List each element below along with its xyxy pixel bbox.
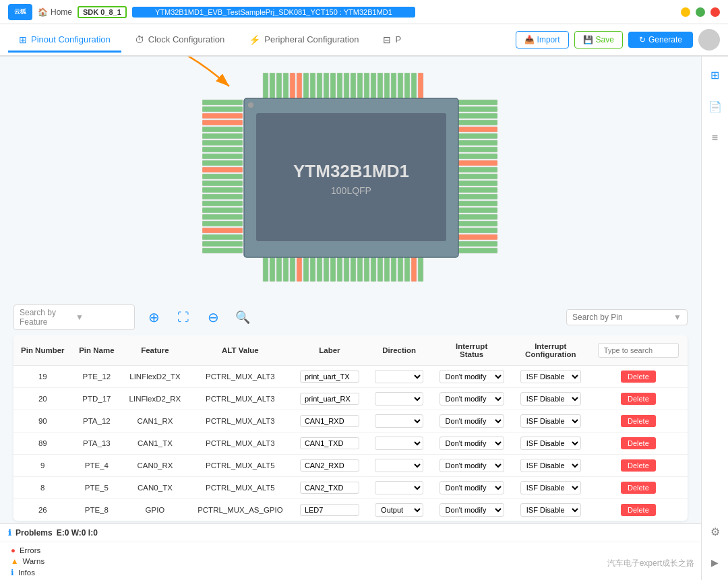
cell-direction[interactable]: Input Output	[367, 455, 431, 477]
interrupt-status-select[interactable]: Don't modify Disabled Enabled	[439, 503, 504, 517]
feature-select[interactable]: Search by Feature ▼	[13, 304, 135, 330]
cell-interrupt-config[interactable]: ISF Disable ISF Enable	[512, 455, 589, 477]
interrupt-status-select[interactable]: Don't modify Disabled Enabled	[439, 370, 504, 383]
search-pin-container[interactable]: ▼	[566, 309, 688, 325]
delete-button[interactable]: Delete	[621, 437, 656, 449]
cell-laber[interactable]	[292, 410, 367, 432]
laber-input[interactable]	[300, 437, 359, 449]
sdk-badge[interactable]: SDK 0_8_1	[78, 6, 127, 18]
minimize-button[interactable]	[681, 7, 690, 17]
search-pin-input[interactable]	[572, 313, 673, 322]
cell-interrupt-config[interactable]: ISF Disable ISF Enable	[512, 410, 589, 432]
cell-delete[interactable]: Delete	[589, 432, 688, 455]
delete-button[interactable]: Delete	[621, 482, 656, 494]
cell-interrupt-config[interactable]: ISF Disable ISF Enable	[512, 366, 589, 388]
interrupt-status-select[interactable]: Don't modify Disabled Enabled	[439, 392, 504, 406]
cell-interrupt-status[interactable]: Don't modify Disabled Enabled	[431, 455, 512, 477]
cell-direction[interactable]: Input Output	[367, 388, 431, 410]
zoom-out-button[interactable]: ⊖	[202, 307, 224, 328]
direction-select[interactable]: Output Input Output	[375, 503, 423, 517]
problem-warns[interactable]: ▲ Warns	[11, 556, 690, 567]
fit-screen-button[interactable]: ⛶	[173, 307, 194, 328]
delete-button[interactable]: Delete	[621, 504, 656, 516]
zoom-in-button[interactable]: ⊕	[143, 307, 164, 328]
interrupt-config-select[interactable]: ISF Disable ISF Enable	[520, 370, 581, 383]
cell-interrupt-config[interactable]: ISF Disable ISF Enable	[512, 432, 589, 455]
delete-button[interactable]: Delete	[621, 393, 656, 405]
import-button[interactable]: 📥 Import	[516, 31, 569, 49]
cell-laber[interactable]	[292, 477, 367, 499]
interrupt-config-select[interactable]: ISF Disable ISF Enable	[520, 481, 581, 494]
cell-direction[interactable]: Input Output	[367, 432, 431, 455]
interrupt-status-select[interactable]: Don't modify Disabled Enabled	[439, 437, 504, 450]
type-to-search-input[interactable]	[598, 343, 679, 358]
interrupt-config-select[interactable]: ISF Disable ISF Enable	[520, 392, 581, 406]
laber-input[interactable]	[300, 393, 359, 405]
cell-delete[interactable]: Delete	[589, 499, 688, 521]
laber-input[interactable]	[300, 504, 359, 516]
delete-button[interactable]: Delete	[621, 415, 656, 427]
direction-select[interactable]: Input Output	[375, 459, 423, 472]
cell-laber[interactable]	[292, 455, 367, 477]
cell-interrupt-config[interactable]: ISF Disable ISF Enable	[512, 388, 589, 410]
cell-delete[interactable]: Delete	[589, 455, 688, 477]
sidebar-doc-icon[interactable]: 📄	[704, 96, 726, 117]
cell-interrupt-config[interactable]: ISF Disable ISF Enable	[512, 477, 589, 499]
sidebar-collapse-arrow[interactable]: ▶	[707, 553, 723, 572]
interrupt-config-select[interactable]: ISF Disable ISF Enable	[520, 437, 581, 450]
laber-input[interactable]	[300, 370, 359, 383]
save-button[interactable]: 💾 Save	[574, 31, 623, 49]
cell-delete[interactable]: Delete	[589, 388, 688, 410]
cell-interrupt-status[interactable]: Don't modify Disabled Enabled	[431, 477, 512, 499]
laber-input[interactable]	[300, 459, 359, 472]
close-button[interactable]	[710, 7, 720, 17]
cell-laber[interactable]	[292, 388, 367, 410]
sidebar-grid-icon[interactable]: ⊞	[706, 65, 723, 86]
cell-interrupt-status[interactable]: Don't modify Disabled Enabled	[431, 499, 512, 521]
maximize-button[interactable]	[696, 7, 705, 17]
problem-infos[interactable]: ℹ Infos	[11, 567, 690, 579]
cell-direction[interactable]: Input Output	[367, 366, 431, 388]
cell-pin-number: 26	[13, 499, 72, 521]
cell-interrupt-config[interactable]: ISF Disable ISF Enable	[512, 499, 589, 521]
cell-interrupt-status[interactable]: Don't modify Disabled Enabled	[431, 388, 512, 410]
cell-delete[interactable]: Delete	[589, 366, 688, 388]
interrupt-status-select[interactable]: Don't modify Disabled Enabled	[439, 459, 504, 472]
direction-select[interactable]: Input Output	[375, 481, 423, 494]
laber-input[interactable]	[300, 415, 359, 427]
cell-direction[interactable]: Input Output	[367, 410, 431, 432]
cell-direction[interactable]: Input Output	[367, 477, 431, 499]
search-button[interactable]: 🔍	[232, 307, 253, 328]
cell-interrupt-status[interactable]: Don't modify Disabled Enabled	[431, 432, 512, 455]
cell-direction[interactable]: Output Input Output	[367, 499, 431, 521]
delete-button[interactable]: Delete	[621, 459, 656, 472]
cell-laber[interactable]	[292, 366, 367, 388]
generate-button[interactable]: ↻ Generate	[628, 32, 693, 48]
cell-laber[interactable]	[292, 499, 367, 521]
cell-pin-number: 8	[13, 477, 72, 499]
problem-errors[interactable]: ● Errors	[11, 545, 690, 556]
direction-select[interactable]: Input Output	[375, 414, 423, 428]
cell-delete[interactable]: Delete	[589, 477, 688, 499]
interrupt-config-select[interactable]: ISF Disable ISF Enable	[520, 459, 581, 472]
interrupt-config-select[interactable]: ISF Disable ISF Enable	[520, 503, 581, 517]
interrupt-config-select[interactable]: ISF Disable ISF Enable	[520, 414, 581, 428]
sidebar-settings-icon[interactable]: ⚙	[706, 521, 724, 542]
direction-select[interactable]: Input Output	[375, 392, 423, 406]
cell-interrupt-status[interactable]: Don't modify Disabled Enabled	[431, 410, 512, 432]
tab-pinout[interactable]: ⊞ Pinout Configuration	[8, 29, 121, 53]
sidebar-filter-icon[interactable]: ≡	[708, 128, 722, 148]
laber-input[interactable]	[300, 482, 359, 494]
home-button[interactable]: 🏠 Home	[38, 7, 72, 17]
cell-laber[interactable]	[292, 432, 367, 455]
delete-button[interactable]: Delete	[621, 370, 656, 383]
cell-delete[interactable]: Delete	[589, 410, 688, 432]
direction-select[interactable]: Input Output	[375, 437, 423, 450]
direction-select[interactable]: Input Output	[375, 370, 423, 383]
tab-clock[interactable]: ⏱ Clock Configuration	[124, 29, 235, 53]
interrupt-status-select[interactable]: Don't modify Disabled Enabled	[439, 481, 504, 494]
cell-interrupt-status[interactable]: Don't modify Disabled Enabled	[431, 366, 512, 388]
tab-p[interactable]: ⊟ P	[372, 29, 412, 53]
interrupt-status-select[interactable]: Don't modify Disabled Enabled	[439, 414, 504, 428]
tab-peripheral[interactable]: ⚡ Peripheral Configuration	[238, 29, 369, 53]
